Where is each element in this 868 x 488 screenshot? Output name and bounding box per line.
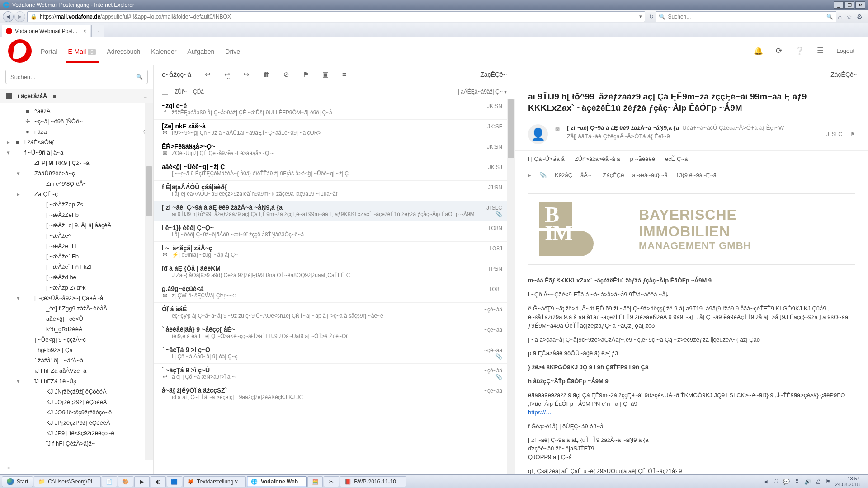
folder-tree-row[interactable]: [ ~ǽÀže` Fň I kZf — [0, 262, 153, 272]
window-minimize-button[interactable]: _ — [834, 1, 844, 9]
ie-new-tab-button[interactable]: ▫ — [91, 25, 104, 37]
archive-icon[interactable]: ▣ — [322, 70, 329, 79]
ie-search-go-icon[interactable]: 🔍 — [826, 14, 833, 20]
mail-row[interactable]: [ zì ~ăě| Ç~9á á áĘ êě9 žàžÀ~á ~åŅ9,á {a… — [154, 201, 515, 221]
folder-tree-row[interactable]: KJ JOŗžěçź9ž[ ěÇòèéÀ — [0, 397, 153, 407]
flag-icon[interactable]: ⚑ — [303, 70, 309, 79]
folder-tree-row[interactable]: KJ JP9 | ìě<šç9žŗžěéço~ě — [0, 428, 153, 438]
compose-button[interactable]: o~åžçç~à — [162, 70, 191, 78]
notifications-icon[interactable]: 🔔 — [754, 46, 763, 56]
folder-tree-row[interactable]: _^e] f Zgg9 zàžÅ~àěåÅ — [0, 303, 153, 314]
tray-icon-1[interactable]: 🛡 — [773, 479, 778, 485]
action-d[interactable]: ĕçĚ Ç~à — [665, 155, 688, 162]
select-all-checkbox[interactable] — [162, 89, 168, 95]
folder-tree-row[interactable]: ✈~ç~â| ~é9ň [ŇÓé~ — [0, 116, 153, 127]
folder-tree-row[interactable]: ■^àêžÅ — [0, 106, 153, 116]
refresh-icon[interactable]: ⟳ — [776, 46, 782, 56]
url-dropdown-icon[interactable]: ▾ — [639, 14, 642, 19]
nav-email[interactable]: E-Mail6 — [68, 39, 96, 63]
tray-icon-2[interactable]: 💬 — [783, 479, 790, 485]
mail-list-scrollbar[interactable] — [507, 99, 515, 474]
folder-tree-row[interactable]: ] ~Ůé<ğ| 9 ~ççžÀ~ç — [0, 334, 153, 345]
taskbar-app-skype[interactable]: 🟦 — [167, 476, 182, 487]
window-close-button[interactable]: ✕ — [855, 1, 865, 9]
ie-favorites-icon[interactable]: ☆ — [846, 13, 852, 20]
sidebar-toolbar-menu-icon[interactable]: ≡ — [143, 93, 147, 99]
action-b[interactable]: ZŮň>åžà>ěå~å á — [575, 155, 620, 162]
taskbar-app-wordpad[interactable]: 📄 — [102, 476, 117, 487]
taskbar-clock[interactable]: 13:54 24.08.2018 — [835, 476, 862, 487]
view-menu[interactable]: ZáçĚÇě~ — [480, 71, 507, 78]
nav-adressbuch[interactable]: Adressbuch — [107, 39, 140, 63]
taskbar-app-mediaplayer[interactable]: ▶ — [134, 476, 150, 487]
folder-tree-row[interactable]: ▾f ~Ů~9ň å| à~å — [0, 147, 153, 158]
folder-tree-row[interactable]: ▾[ ~çé>ŮÅ~å9ž>~| ÇàèÀ~å — [0, 293, 153, 303]
menu-icon[interactable]: ☰ — [817, 46, 824, 56]
action-c[interactable]: p ~ã̇éěêě — [630, 155, 655, 162]
folder-tree-row[interactable]: [ ~ǽÀže^ — [0, 230, 153, 241]
system-tray[interactable]: ◄ 🛡 💬 🖧 🔊 🖨 ⚑ 13:54 24.08.2018 — [759, 476, 866, 487]
sidebar-search-box[interactable]: 🔍 — [5, 70, 148, 84]
tray-network-icon[interactable]: 🖧 — [794, 479, 800, 485]
folder-tree[interactable]: ■^àêžÅ✈~ç~â| ~é9ň [ŇÓé~●i äžáO▸■i žáÉ<àŎ… — [0, 103, 153, 460]
action-a[interactable]: l | Çà~Ů>á̇à å — [528, 155, 565, 162]
mail-row[interactable]: ` ~äçŢá 9 >ì ç~O~çé~àäl | Çň ~á Ååŭ~å| 9… — [154, 343, 515, 364]
mail-row[interactable]: Óǐ á åáÉ~çé~àäĕç~çƴp å| Ç~å~á~å] 9 ~9ž ž… — [154, 303, 515, 323]
attachments-expand-icon[interactable]: ▸ — [528, 172, 531, 178]
action-more-icon[interactable]: ≡ — [852, 155, 855, 162]
folder-tree-row[interactable]: ▸Zǎ ÇĚ~ç — [0, 189, 153, 199]
sender-name[interactable]: [ zì ~ăě| Ç~9á á áĘ êě9 žàžÀ~á ~åŅ9,á {a — [567, 124, 679, 131]
tray-icon-4[interactable]: ⚑ — [826, 479, 830, 485]
ie-tab-active[interactable]: Vodafone Webmail Post... × — [2, 25, 90, 37]
folder-tree-row[interactable]: ĭJ f hFZá aåÅVžé~á — [0, 366, 153, 376]
nav-kalender[interactable]: Kalender — [151, 39, 176, 63]
spam-icon[interactable]: ⊘ — [283, 70, 289, 79]
folder-tree-row[interactable]: k^b_gRdžèèÅ — [0, 324, 153, 334]
mail-row[interactable]: [Ze] nkF zåš~àJK:SF✉ìř9>~9>~ğ| Çň ~9ž á … — [154, 120, 515, 140]
nav-portal[interactable]: Portal — [41, 39, 57, 63]
folder-tree-row[interactable]: _hgŧ b9ž> | Çà — [0, 345, 153, 355]
folder-tree-row[interactable]: [ ~ǽÀžp Z\ d^k — [0, 282, 153, 293]
tray-expand-icon[interactable]: ◄ — [763, 479, 769, 485]
more-icon[interactable]: ≡ — [342, 70, 346, 78]
taskbar-firefox[interactable]: 🦊 Textdarstellung v... — [183, 476, 246, 487]
folder-tree-row[interactable]: KJ JNŗžěçź9ž[ ěÇòèéÀ — [0, 386, 153, 397]
ie-search-box[interactable]: 🔍 🔍 — [656, 11, 836, 22]
attachment-view[interactable]: ZáçĚÇě — [603, 172, 624, 178]
taskbar-explorer[interactable]: 📁 C:\Users\Georg\Pi... — [34, 476, 100, 487]
taskbar-pdf[interactable]: 📕 BWP-2016-11-10.... — [340, 476, 406, 487]
mail-row[interactable]: ĒŘ>Fěãáäąå>~Ǫ~JK:SN✉ZÓě~Ůĭgž| ÇĚ Çé~å9žě… — [154, 140, 515, 160]
folder-tree-row[interactable]: [ ~ǽÀž` c| 9. Ǎ| â| åàçèÅ — [0, 220, 153, 230]
folder-tree-row[interactable]: ▸■i žáÉ<àŎä{ — [0, 137, 153, 147]
search-icon[interactable]: 🔍 — [136, 74, 143, 80]
subbar-label-a[interactable]: ZŮř~ — [175, 89, 187, 95]
mail-row[interactable]: ` åèěåě|ãå} 9 ~åěçç{ åÉ~~çé~àäìěĭ9,é á ě… — [154, 323, 515, 343]
delete-icon[interactable]: 🗑 — [263, 70, 270, 78]
body-link[interactable]: https://… — [528, 409, 552, 416]
address-bar[interactable]: 🔒 https://mail.vodafone.de/appsuite/ui#!… — [27, 11, 645, 22]
ie-tools-icon[interactable]: ⚙ — [857, 13, 863, 20]
mail-row[interactable]: f Ě|āţaÅÁÓÛ çáá|åèð{JJ:SNl å{ é| éaÅÁÓÛ~… — [154, 181, 515, 201]
reply-icon[interactable]: ↩ — [205, 70, 211, 79]
attachments-row[interactable]: ▸ 📎 K9žåÇ åĂ~ ZáçĚÇě a~ǽà~áú} ~å 13{9 ě~… — [515, 167, 868, 183]
folder-tree-row[interactable]: ZFP] 9FRK9 | Çž} ~á — [0, 158, 153, 168]
folder-tree-row[interactable]: Zi i e^9\8Ǫ êÅ~ — [0, 178, 153, 189]
folder-tree-row[interactable]: [ ~ǽÀže` Fb — [0, 251, 153, 262]
folder-tree-row[interactable]: ▾ĭJ f hFZá f ě~Ůş — [0, 376, 153, 386]
folder-tree-row[interactable]: ▾ZàáŮ9?êè>à~ç — [0, 168, 153, 178]
ie-home-icon[interactable]: ⌂ — [838, 13, 842, 20]
sidebar-collapse[interactable]: « — [0, 460, 153, 474]
mail-row[interactable]: l ~| å<ěçă| zåÅ~çI O8J✉⚡| ĕ9miã] ~žúğ| ~… — [154, 242, 515, 262]
window-restore-button[interactable]: ❐ — [844, 1, 854, 9]
folder-tree-row[interactable]: KJ JPŗžěçźP9ž[ ěÇòèéÀ — [0, 418, 153, 428]
logout-link[interactable]: Logout — [836, 47, 854, 54]
ie-refresh-stop-icon[interactable]: ↻ — [649, 14, 654, 20]
mail-flag-icon[interactable]: ⚑ — [850, 131, 855, 137]
reply-all-icon[interactable]: ↩̤ — [224, 70, 230, 79]
folder-tree-row[interactable]: [ ~ǽÀžd he — [0, 272, 153, 282]
folder-tree-scrollbar[interactable] — [145, 103, 153, 460]
folder-tree-row[interactable]: [ ~ǽÀžZeFb — [0, 210, 153, 220]
taskbar-app-wmp[interactable]: ◐ — [151, 476, 166, 487]
folder-tree-row[interactable]: aåé<ğ| ~çé<Ů — [0, 314, 153, 324]
folder-tree-row[interactable]: ` žàžå1ě} | ~áťÅ~à — [0, 355, 153, 366]
